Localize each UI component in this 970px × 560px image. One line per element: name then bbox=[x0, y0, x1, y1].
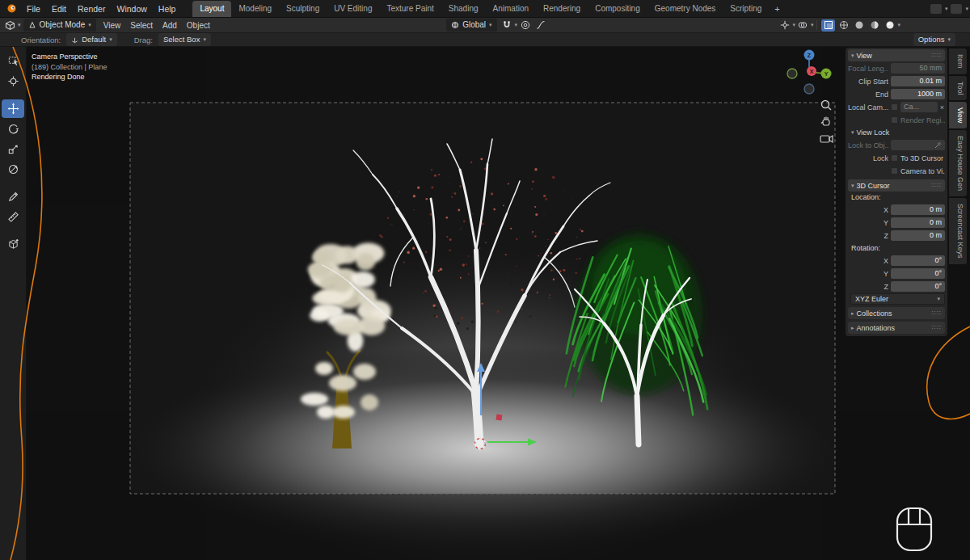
workspace-tab-texture-paint[interactable]: Texture Paint bbox=[379, 1, 441, 17]
editor-type-icon[interactable] bbox=[3, 19, 17, 32]
panel-drag-handle[interactable]: ∷∷ bbox=[932, 52, 942, 59]
workspace-tab-layout[interactable]: Layout bbox=[192, 1, 231, 17]
options-label: Options bbox=[918, 34, 945, 45]
rotation-mode-dropdown[interactable]: XYZ Euler ▾ bbox=[850, 293, 945, 305]
menu-window[interactable]: Window bbox=[111, 1, 152, 17]
viewport-header: ▾ Object Mode ▾ View Select Add Object G… bbox=[0, 18, 970, 33]
viewport-info-overlay: Camera Perspective (189) Collection | Pl… bbox=[32, 52, 107, 82]
axis-neg-y-ball[interactable] bbox=[787, 69, 797, 78]
view-layer-icon[interactable] bbox=[951, 4, 962, 14]
panel-drag-handle[interactable]: ∷∷ bbox=[932, 324, 942, 331]
workspace-tab-compositing[interactable]: Compositing bbox=[588, 1, 647, 17]
menu-add[interactable]: Add bbox=[158, 21, 182, 30]
shading-rendered-icon[interactable] bbox=[883, 19, 896, 32]
cursor-loc-x-field[interactable]: 0 m bbox=[891, 204, 945, 215]
lock-cursor-checkbox[interactable] bbox=[891, 154, 898, 162]
blender-logo-icon[interactable] bbox=[5, 3, 18, 15]
camera-to-view-checkbox[interactable] bbox=[891, 167, 898, 175]
menu-view[interactable]: View bbox=[99, 21, 126, 30]
workspace-tab-geometry-nodes[interactable]: Geometry Nodes bbox=[647, 1, 723, 17]
tab-view[interactable]: View bbox=[949, 102, 967, 128]
cursor-loc-y-field[interactable]: 0 m bbox=[891, 217, 945, 228]
show-gizmo-icon[interactable] bbox=[778, 19, 791, 32]
annotations-title: Annotations bbox=[857, 324, 932, 332]
snap-magnet-icon[interactable] bbox=[500, 19, 514, 32]
add-workspace-button[interactable]: + bbox=[769, 2, 785, 15]
workspace-tabs: Layout Modeling Sculpting UV Editing Tex… bbox=[192, 0, 785, 17]
menu-edit[interactable]: Edit bbox=[46, 1, 72, 17]
scene-icon[interactable] bbox=[930, 4, 942, 14]
cursor-rot-z-field[interactable]: 0° bbox=[891, 281, 945, 292]
shading-material-icon[interactable] bbox=[867, 19, 881, 32]
workspace-tab-sculpting[interactable]: Sculpting bbox=[279, 1, 327, 17]
view-panel-title: View bbox=[857, 52, 932, 60]
orientation-dropdown[interactable]: Default ▾ bbox=[66, 33, 117, 46]
chevron-down-icon: ▾ bbox=[203, 34, 206, 45]
axis-neg-z-ball[interactable] bbox=[804, 84, 814, 94]
rotation-mode-value: XYZ Euler bbox=[855, 295, 937, 303]
workspace-tab-modeling[interactable]: Modeling bbox=[231, 1, 279, 17]
loc-x-label: X bbox=[848, 206, 888, 214]
proportional-editing-icon[interactable] bbox=[518, 19, 532, 32]
drag-dropdown[interactable]: Select Box ▾ bbox=[158, 33, 211, 46]
collections-panel-header[interactable]: ▸ Collections ∷∷ bbox=[848, 307, 945, 319]
panel-drag-handle[interactable]: ∷∷ bbox=[932, 182, 942, 189]
tab-item[interactable]: Item bbox=[949, 48, 967, 74]
select-box-tool[interactable] bbox=[2, 52, 24, 70]
show-overlays-icon[interactable] bbox=[796, 19, 810, 32]
mode-dropdown[interactable]: Object Mode ▾ bbox=[23, 19, 96, 32]
workspace-tab-rendering[interactable]: Rendering bbox=[536, 1, 588, 17]
3d-scene[interactable]: Z Y X bbox=[27, 47, 970, 560]
local-camera-field[interactable]: Ca... bbox=[900, 102, 938, 112]
sidebar-tab-strip: Item Tool View Easy House Gen Screencast… bbox=[949, 48, 967, 264]
falloff-curve-icon[interactable] bbox=[534, 19, 547, 32]
rotation-caption: Rotation: bbox=[848, 242, 945, 254]
toggle-xray-icon[interactable] bbox=[821, 19, 835, 32]
workspace-tab-shading[interactable]: Shading bbox=[441, 1, 486, 17]
cursor-panel-header[interactable]: ▾ 3D Cursor ∷∷ bbox=[848, 179, 945, 192]
move-tool[interactable] bbox=[2, 99, 24, 118]
cursor-tool[interactable] bbox=[2, 72, 24, 91]
options-dropdown[interactable]: Options ▾ bbox=[913, 33, 955, 46]
active-object-text: (189) Collection | Plane bbox=[32, 62, 107, 73]
lock-object-field[interactable] bbox=[891, 140, 945, 150]
3d-viewport[interactable]: Z Y X Camera Perspective (189) Collectio… bbox=[27, 47, 970, 560]
chevron-down-icon: ▾ bbox=[88, 19, 91, 31]
annotations-panel-header[interactable]: ▸ Annotations ∷∷ bbox=[848, 322, 945, 334]
cursor-rot-y-field[interactable]: 0° bbox=[891, 268, 945, 279]
clip-start-field[interactable]: 0.01 m bbox=[891, 76, 945, 86]
add-cube-tool[interactable] bbox=[2, 235, 24, 254]
clip-end-field[interactable]: 1000 m bbox=[891, 89, 945, 99]
local-camera-checkbox[interactable] bbox=[891, 103, 898, 111]
view-lock-subheader[interactable]: ▾ View Lock bbox=[848, 127, 945, 138]
cursor-rot-x-field[interactable]: 0° bbox=[891, 255, 945, 266]
menu-select[interactable]: Select bbox=[125, 21, 158, 30]
transform-tool[interactable] bbox=[2, 160, 24, 179]
rotate-tool[interactable] bbox=[2, 120, 24, 138]
scale-tool[interactable] bbox=[2, 140, 24, 158]
cursor-loc-z-field[interactable]: 0 m bbox=[891, 230, 945, 241]
tab-easy-house-gen[interactable]: Easy House Gen bbox=[949, 130, 967, 196]
menu-object[interactable]: Object bbox=[182, 21, 215, 30]
lock-cursor-label: To 3D Cursor bbox=[900, 154, 943, 162]
tab-screencast-keys[interactable]: Screencast Keys bbox=[949, 198, 967, 264]
annotate-tool[interactable] bbox=[2, 187, 24, 206]
workspace-tab-animation[interactable]: Animation bbox=[486, 1, 536, 17]
clear-camera-icon[interactable]: × bbox=[940, 103, 945, 112]
tab-tool[interactable]: Tool bbox=[949, 76, 967, 101]
shading-solid-icon[interactable] bbox=[852, 19, 866, 32]
focal-length-field[interactable]: 50 mm bbox=[891, 63, 945, 74]
workspace-tab-scripting[interactable]: Scripting bbox=[723, 1, 769, 17]
collapse-caret-icon: ▾ bbox=[851, 129, 854, 136]
panel-drag-handle[interactable]: ∷∷ bbox=[932, 309, 942, 317]
menu-help[interactable]: Help bbox=[153, 1, 182, 17]
workspace-tab-uv-editing[interactable]: UV Editing bbox=[327, 1, 379, 17]
menu-render[interactable]: Render bbox=[72, 1, 111, 17]
menu-file[interactable]: File bbox=[21, 1, 46, 17]
shading-wireframe-icon[interactable] bbox=[837, 19, 850, 32]
render-region-checkbox[interactable] bbox=[891, 116, 898, 124]
transform-orientation-dropdown[interactable]: Global ▾ bbox=[446, 19, 496, 32]
collapse-caret-icon: ▾ bbox=[851, 183, 854, 189]
measure-tool[interactable] bbox=[2, 208, 24, 226]
view-panel-header[interactable]: ▾ View ∷∷ bbox=[848, 49, 945, 61]
